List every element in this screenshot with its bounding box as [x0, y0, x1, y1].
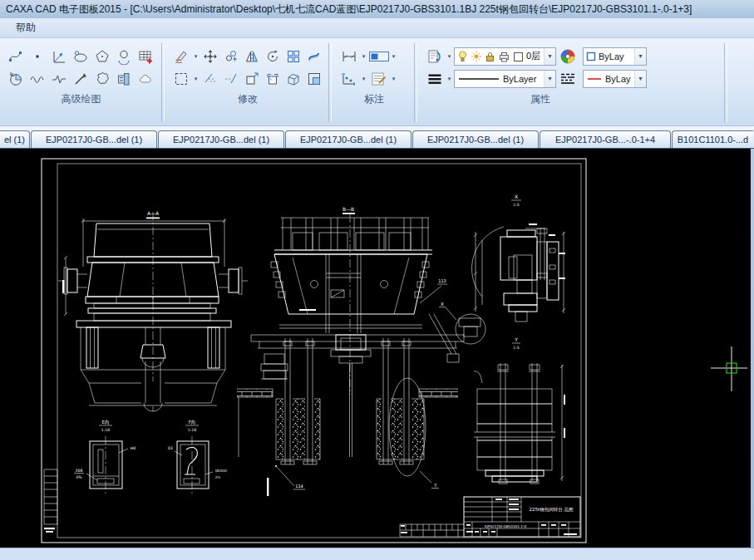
sun-icon [471, 50, 482, 63]
group-label-dimension: 标注 [338, 92, 410, 106]
color-swatch-blue [586, 51, 596, 62]
svg-text:A—A: A—A [147, 210, 160, 216]
arrow-pointer-icon[interactable] [70, 68, 91, 89]
group-label-properties: 属性 [424, 92, 657, 106]
color-palette-icon[interactable] [557, 46, 578, 66]
menubar: 帮助 [0, 18, 754, 38]
linecolor-sample-red [586, 74, 603, 84]
toolbar-group-dimension: ▾ 0.1 ▾ ▾ ▾ 标注 [333, 38, 412, 125]
toolbar-separator [724, 43, 727, 122]
layer-manager-dropdown[interactable]: ▾ [446, 53, 453, 60]
trim-icon[interactable] [200, 68, 220, 89]
svg-text:208: 208 [76, 469, 83, 473]
title-block-title: 225t钢包回转台 总图 [530, 507, 574, 513]
ellipse-icon[interactable] [70, 46, 91, 66]
block-icon[interactable] [113, 68, 134, 89]
select-dropdown[interactable]: ▾ [192, 76, 200, 82]
view-b-b: B—B [237, 206, 485, 496]
tab-document-4[interactable]: EJP0217J0-GB...del (1) [285, 130, 411, 148]
toolbar-group-advanced-draw: 高级绘图 [0, 38, 160, 125]
svg-text:2%: 2% [215, 475, 221, 479]
linetype-manager-icon[interactable] [557, 68, 578, 89]
line-width-icon[interactable] [424, 68, 445, 89]
tab-document-2[interactable]: EJP0217J0-GB...del (1) [31, 130, 157, 148]
toolbar-separator [161, 43, 165, 122]
circle-tangent-icon[interactable] [113, 46, 134, 66]
wave-line-icon[interactable] [27, 68, 47, 89]
linecolor-combo-arrow[interactable]: ▼ [634, 71, 646, 87]
coordinate-dimension-icon[interactable] [338, 68, 359, 89]
move-icon[interactable] [200, 46, 220, 66]
svg-text:E向: E向 [102, 420, 110, 425]
rotate-icon[interactable] [263, 46, 283, 66]
window-title: CAXA CAD 电子图板2015 - [C:\Users\Administra… [6, 2, 692, 17]
linetype-combo-arrow[interactable]: ▼ [544, 71, 555, 87]
svg-text:X: X [441, 302, 444, 307]
tolerance-dropdown[interactable]: ▾ [390, 53, 397, 60]
line-width-dropdown[interactable]: ▾ [446, 76, 453, 82]
table-insert-icon[interactable] [135, 46, 155, 66]
spline-icon[interactable] [5, 46, 26, 66]
clip-icon[interactable] [263, 68, 283, 89]
sheet-frame [42, 159, 586, 543]
erase-dropdown[interactable]: ▾ [192, 53, 200, 60]
svg-text:H0: H0 [131, 446, 136, 450]
box3d-icon[interactable] [283, 68, 303, 89]
cloud-icon[interactable] [135, 68, 155, 89]
detail-view-f: F向 1:10 03 (Ø204) 2% [168, 420, 228, 494]
layer-combo[interactable]: 0层 ▼ [454, 47, 556, 66]
corner-icon[interactable] [304, 68, 324, 89]
svg-text:1:10: 1:10 [101, 428, 110, 432]
tab-document-3[interactable]: EJP0217J0-GB...del (1) [158, 130, 284, 148]
printer-icon [498, 50, 510, 63]
detail-view-e: E向 1:10 208 5% H0 [74, 420, 136, 494]
erase-icon[interactable] [171, 46, 191, 66]
point-icon[interactable] [27, 46, 47, 66]
offset-icon[interactable] [304, 46, 324, 66]
layer-color-swatch [513, 50, 524, 63]
menu-help[interactable]: 帮助 [8, 19, 43, 37]
color-combo[interactable]: ByLay ▼ [583, 47, 647, 66]
svg-text:0.1: 0.1 [378, 53, 387, 60]
drawing-canvas[interactable]: .w{stroke:#fff;fill:none;stroke-width:1}… [0, 149, 751, 548]
coordinate-dropdown[interactable]: ▾ [360, 76, 367, 82]
break-line-icon[interactable] [48, 68, 69, 89]
text-dropdown[interactable]: ▾ [390, 76, 397, 82]
svg-text:113: 113 [438, 278, 446, 283]
array-icon[interactable] [283, 46, 303, 66]
tab-document-5[interactable]: EJP0217J0-GB...del (1) [412, 130, 539, 148]
svg-text:1:5: 1:5 [513, 203, 519, 207]
axis-line-icon[interactable] [48, 46, 69, 66]
extend-icon[interactable] [221, 68, 241, 89]
svg-text:Y: Y [514, 336, 518, 342]
title-block: 225t钢包回转台 总图 EJP0217J0-GBS3101.1-0 [464, 497, 580, 537]
linecolor-combo-value: ByLay [605, 74, 631, 84]
svg-text:Y: Y [433, 483, 437, 488]
contour-icon[interactable] [91, 68, 112, 89]
tolerance-icon[interactable]: 0.1 [368, 46, 389, 66]
svg-text:5%: 5% [76, 475, 82, 479]
layer-manager-icon[interactable] [424, 46, 445, 66]
lock-icon [485, 50, 495, 63]
text-annotation-icon[interactable] [368, 68, 389, 89]
layer-combo-value: 0层 [526, 50, 540, 62]
polygon-icon[interactable] [91, 46, 112, 66]
tab-document-1[interactable]: el (1) [0, 130, 30, 148]
linecolor-combo[interactable]: ByLay ▼ [583, 70, 647, 88]
group-label-advanced-draw: 高级绘图 [5, 92, 157, 106]
arc-formula-icon[interactable] [5, 68, 26, 89]
tab-document-7[interactable]: B101C1101.0-...d [672, 130, 753, 148]
linetype-combo-value: ByLayer [503, 74, 536, 84]
dimension-dropdown[interactable]: ▾ [360, 53, 367, 60]
select-rect-icon[interactable] [171, 68, 191, 89]
layer-combo-arrow[interactable]: ▼ [544, 48, 555, 65]
color-combo-arrow[interactable]: ▼ [634, 48, 646, 65]
svg-text:B—B: B—B [343, 206, 354, 212]
copy-icon[interactable] [221, 46, 241, 66]
document-tabbar: el (1) EJP0217J0-GB...del (1) EJP0217J0-… [0, 126, 754, 149]
linetype-combo[interactable]: ByLayer ▼ [454, 70, 556, 88]
tab-document-6[interactable]: EJP0217J0-GB...-.0-1+4 [540, 130, 671, 148]
linear-dimension-icon[interactable] [338, 46, 359, 66]
mirror-icon[interactable] [242, 46, 262, 66]
scale-icon[interactable] [242, 68, 262, 89]
